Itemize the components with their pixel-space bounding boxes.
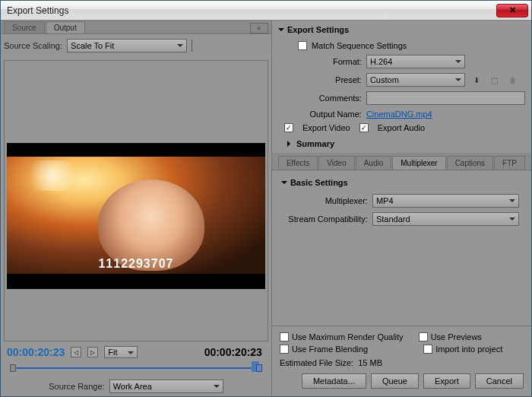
timeline-slider[interactable] — [7, 361, 265, 375]
match-sequence-label: Match Sequence Settings — [312, 41, 407, 50]
multiplexer-dropdown[interactable]: MP4 — [372, 194, 519, 208]
divider-icon — [192, 40, 195, 52]
export-audio-checkbox[interactable]: ✓ — [359, 123, 369, 132]
left-tabs: Source Output ≡ — [1, 21, 271, 34]
timecode-row: 00:00:20:23 ◁ ▷ Fit 00:00:20:23 — [1, 345, 271, 360]
bottom-section: Use Maximum Render Quality Use Previews … — [272, 326, 531, 396]
output-name-link[interactable]: CinemaDNG.mp4 — [366, 110, 432, 119]
chevron-down-icon — [278, 28, 284, 34]
import-preset-icon[interactable]: ⬚ — [488, 74, 502, 86]
tab-multiplexer[interactable]: Multiplexer — [392, 156, 445, 170]
summary-header[interactable]: Summary — [272, 135, 531, 153]
tab-captions[interactable]: Captions — [447, 156, 493, 170]
format-dropdown[interactable]: H.264 — [366, 55, 465, 68]
tab-ftp[interactable]: FTP — [494, 156, 525, 170]
next-frame-button[interactable]: ▷ — [87, 347, 98, 357]
in-timecode[interactable]: 00:00:20:23 — [7, 346, 65, 358]
metadata-button[interactable]: Metadata... — [302, 373, 366, 389]
watermark-text: 1112293707 — [98, 257, 173, 271]
comments-input[interactable] — [366, 91, 525, 105]
source-range-label: Source Range: — [49, 382, 104, 391]
window-title: Export Settings — [7, 5, 68, 16]
source-scaling-label: Source Scaling: — [4, 41, 62, 50]
chevron-down-icon — [281, 181, 287, 187]
preset-dropdown[interactable]: Custom — [366, 73, 465, 87]
basic-settings-section: Basic Settings Multiplexer: MP4 Stream C… — [272, 170, 531, 326]
stream-compat-label: Stream Compatibility: — [284, 214, 368, 224]
preview-area: 1112293707 — [4, 60, 268, 341]
zoom-fit-dropdown[interactable]: Fit — [104, 346, 138, 358]
panel-menu-icon[interactable]: ≡ — [250, 23, 268, 33]
frame-blend-label: Use Frame Blending — [292, 345, 368, 354]
cancel-button[interactable]: Cancel — [475, 373, 524, 389]
source-scaling-dropdown[interactable]: Scale To Fit — [67, 39, 187, 52]
settings-tabs: Effects Video Audio Multiplexer Captions… — [272, 153, 531, 170]
lens-flare — [22, 160, 83, 191]
import-project-label: Import into project — [435, 345, 502, 354]
video-image — [7, 157, 265, 274]
preset-label: Preset: — [278, 75, 362, 84]
export-settings-header[interactable]: Export Settings — [272, 21, 531, 39]
tab-video[interactable]: Video — [318, 156, 354, 170]
in-handle[interactable] — [10, 364, 16, 372]
left-panel: Source Output ≡ Source Scaling: Scale To… — [1, 21, 272, 396]
titlebar: Export Settings ✕ — [1, 1, 531, 21]
tab-effects[interactable]: Effects — [278, 156, 318, 170]
comments-label: Comments: — [278, 94, 362, 103]
max-quality-label: Use Maximum Render Quality — [292, 332, 404, 341]
out-timecode: 00:00:20:23 — [204, 346, 262, 358]
right-panel: Export Settings Match Sequence Settings … — [272, 21, 531, 396]
use-previews-label: Use Previews — [431, 332, 482, 341]
export-audio-label: Export Audio — [378, 123, 425, 132]
close-icon: ✕ — [509, 5, 516, 15]
save-preset-icon[interactable]: ⬇ — [470, 74, 483, 86]
queue-button[interactable]: Queue — [371, 373, 419, 389]
import-project-checkbox[interactable] — [423, 345, 432, 354]
chevron-right-icon — [287, 141, 293, 147]
export-button[interactable]: Export — [423, 373, 470, 389]
estimated-size: Estimated File Size: 15 MB — [280, 355, 524, 370]
tab-source[interactable]: Source — [4, 21, 45, 33]
export-video-label: Export Video — [302, 123, 350, 132]
output-name-label: Output Name: — [278, 110, 362, 119]
basic-settings-header[interactable]: Basic Settings — [278, 173, 525, 192]
export-video-checkbox[interactable]: ✓ — [284, 123, 293, 132]
video-preview: 1112293707 — [7, 143, 265, 289]
max-quality-checkbox[interactable] — [280, 332, 289, 341]
close-button[interactable]: ✕ — [496, 4, 528, 17]
export-settings-window: Export Settings ✕ Source Output ≡ Source… — [0, 0, 532, 397]
tab-audio[interactable]: Audio — [356, 156, 392, 170]
multiplexer-label: Multiplexer: — [284, 196, 368, 205]
source-range-dropdown[interactable]: Work Area — [109, 380, 223, 393]
out-handle[interactable] — [256, 364, 262, 372]
match-sequence-checkbox[interactable] — [298, 41, 307, 50]
stream-compat-dropdown[interactable]: Standard — [372, 212, 519, 226]
use-previews-checkbox[interactable] — [419, 332, 428, 341]
format-label: Format: — [278, 57, 362, 66]
frame-blend-checkbox[interactable] — [280, 345, 289, 354]
prev-frame-button[interactable]: ◁ — [71, 347, 81, 357]
tab-output[interactable]: Output — [46, 21, 85, 33]
delete-preset-icon[interactable]: 🗑 — [506, 74, 520, 86]
track-line — [13, 367, 259, 369]
